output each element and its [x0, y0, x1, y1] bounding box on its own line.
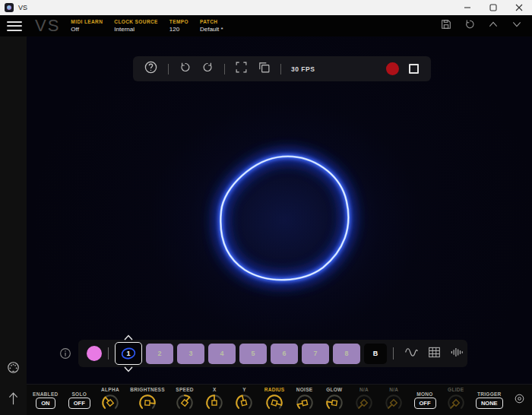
param-glow: GLOW — [325, 387, 344, 413]
layer-slot-2[interactable]: 2 — [146, 344, 173, 364]
redo-button[interactable] — [201, 61, 214, 77]
next-patch-button[interactable] — [511, 19, 523, 33]
slot-number: 3 — [188, 350, 192, 357]
param-radius: RADIUS — [264, 387, 285, 413]
mono-toggle-button[interactable]: OFF — [414, 398, 436, 409]
left-sidebar — [0, 36, 27, 415]
speed-knob[interactable] — [175, 393, 195, 413]
duplicate-view-button[interactable] — [258, 61, 271, 77]
layer-info-button[interactable] — [59, 347, 72, 363]
midi-learn-field[interactable]: MIDI LEARN Off — [71, 19, 103, 33]
chevron-down-icon — [511, 19, 523, 30]
param-x: X — [204, 387, 224, 413]
param-enabled: ENABLEDON — [33, 391, 59, 409]
slot-number: B — [373, 350, 378, 357]
undo-button[interactable] — [179, 61, 192, 77]
param-label: N/A — [359, 387, 369, 392]
save-icon — [440, 18, 452, 30]
solo-toggle-button[interactable]: OFF — [68, 398, 90, 409]
tempo-field[interactable]: TEMPO 120 — [169, 19, 188, 33]
param-label: N/A — [389, 387, 398, 392]
window-title: VS — [18, 4, 27, 11]
alpha-knob[interactable] — [100, 393, 120, 413]
layer-settings-button[interactable] — [513, 392, 526, 408]
toolbar-divider — [280, 64, 281, 74]
os-titlebar: VS — [0, 0, 532, 15]
trigger-toggle-button[interactable]: NONE — [476, 398, 503, 409]
patch-field[interactable]: PATCH Default * — [200, 19, 223, 33]
oscillator-mode-button[interactable] — [404, 347, 419, 361]
redo-icon — [201, 61, 214, 74]
menu-button[interactable] — [7, 21, 22, 31]
brightness-knob[interactable] — [138, 393, 157, 413]
layer-slot-4[interactable]: 4 — [208, 344, 236, 364]
radius-knob[interactable] — [264, 393, 284, 413]
spectrum-icon — [450, 347, 464, 358]
stop-button[interactable] — [409, 64, 419, 74]
layer-slot-3[interactable]: 3 — [177, 344, 204, 364]
info-icon — [59, 347, 72, 360]
clock-source-field[interactable]: CLOCK SOURCE Internal — [114, 19, 158, 33]
help-button[interactable] — [144, 60, 158, 78]
param-mono: MONOOFF — [414, 391, 436, 409]
visual-canvas[interactable]: 30 FPS 12345678B — [27, 36, 532, 384]
app-icon — [5, 3, 14, 12]
target-settings-icon — [513, 392, 526, 405]
layer-slot-5[interactable]: 5 — [239, 344, 267, 364]
param-brightness: BRIGHTNESS — [130, 387, 165, 413]
layer-slot-6[interactable]: 6 — [271, 344, 298, 364]
layer-slot-bar: 12345678B — [78, 340, 467, 367]
layer-slots: 12345678B — [115, 342, 387, 365]
layer-color-swatch[interactable] — [87, 346, 102, 361]
param-label: SOLO — [71, 391, 87, 397]
param-label: Y — [242, 387, 246, 392]
grid-icon — [428, 347, 441, 358]
param-alpha: ALPHA — [100, 387, 120, 413]
param-label: BRIGHTNESS — [130, 387, 165, 392]
plugin-header: VS MIDI LEARN Off CLOCK SOURCE Internal … — [0, 15, 532, 36]
layer-slot-7[interactable]: 7 — [302, 344, 329, 364]
grid-mode-button[interactable] — [428, 347, 441, 361]
slot-number: 1 — [126, 350, 130, 357]
param-label: TRIGGER — [477, 391, 502, 397]
arrow-up-icon — [6, 390, 21, 406]
layer-slot-8[interactable]: 8 — [333, 344, 360, 364]
previous-patch-button[interactable] — [487, 19, 499, 33]
maximize-icon — [489, 4, 497, 11]
background-layer-slot[interactable]: B — [364, 344, 387, 364]
noise-knob[interactable] — [295, 393, 315, 413]
fps-indicator[interactable]: 30 FPS — [291, 65, 315, 73]
save-patch-button[interactable] — [440, 18, 452, 33]
y-knob[interactable] — [234, 393, 254, 413]
layer-slot-1[interactable]: 1 — [115, 342, 142, 365]
midi-monitor-button[interactable] — [6, 360, 21, 378]
param-n-a: N/A — [354, 387, 374, 413]
record-button[interactable] — [386, 62, 399, 75]
enabled-toggle-button[interactable]: ON — [36, 398, 55, 409]
n-a-knob[interactable] — [384, 393, 404, 413]
revert-patch-button[interactable] — [464, 18, 476, 33]
toolbar-divider — [224, 64, 225, 74]
slot-prev-chevron-icon[interactable] — [123, 334, 134, 341]
glide-knob[interactable] — [446, 393, 466, 413]
param-label: GLOW — [326, 387, 342, 392]
param-y: Y — [234, 387, 254, 413]
slot-bar-divider — [108, 347, 109, 360]
slot-number: 7 — [313, 350, 317, 357]
param-noise: NOISE — [295, 387, 315, 413]
minimize-button[interactable] — [454, 0, 480, 15]
slot-next-chevron-icon[interactable] — [123, 366, 134, 372]
glow-knob[interactable] — [325, 393, 344, 413]
slot-bar-divider — [393, 347, 394, 360]
audio-reactive-button[interactable] — [450, 347, 464, 361]
toolbar-divider — [168, 64, 169, 74]
x-knob[interactable] — [204, 393, 224, 413]
close-button[interactable] — [506, 0, 532, 15]
oscillator-ring-shape — [27, 36, 532, 384]
slot-number: 5 — [251, 350, 255, 357]
n-a-knob[interactable] — [354, 393, 374, 413]
maximize-button[interactable] — [480, 0, 506, 15]
publish-upload-button[interactable] — [6, 390, 21, 409]
fullscreen-button[interactable] — [235, 61, 248, 77]
vs-plugin-window: VS VS MIDI LEARN Off CLOCK SOURCE Intern… — [0, 0, 532, 415]
